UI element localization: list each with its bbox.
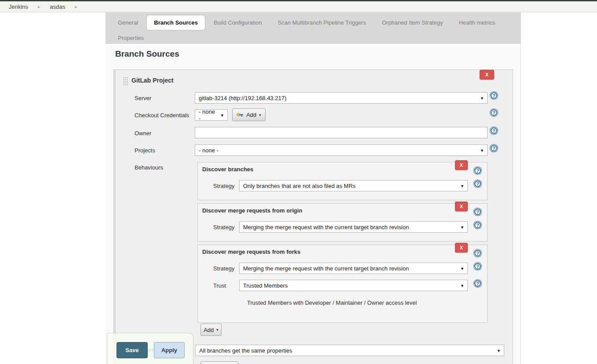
projects-select[interactable]: - none - ▼	[195, 144, 488, 156]
server-label: Server	[135, 95, 151, 101]
chevron-down-icon: ▾	[259, 113, 261, 117]
add-behaviour-label: Add	[204, 327, 214, 333]
checkout-credentials-select[interactable]: - none - ▼	[195, 109, 228, 121]
behaviour-discover-mr-origin: Discover merge requests from origin X ? …	[197, 203, 488, 241]
chevron-down-icon: ▼	[460, 184, 464, 188]
behaviour-title: Discover branches	[202, 166, 253, 173]
remove-source-button[interactable]: X	[480, 70, 494, 79]
add-behaviour-button[interactable]: Add ▾	[200, 324, 222, 336]
config-main-column: General Branch Sources Build Configurati…	[106, 12, 521, 364]
add-property-button-partial[interactable]	[200, 361, 238, 364]
behaviours-list: Discover branches X ? Strategy Only bran…	[197, 162, 488, 346]
behaviours-label: Behaviours	[135, 164, 163, 171]
owner-help-icon[interactable]: ?	[491, 127, 497, 134]
behaviour-help-icon[interactable]: ?	[474, 209, 481, 215]
tab-properties[interactable]: Properties	[111, 31, 151, 45]
trust-select-value: Trusted Members	[243, 282, 288, 289]
tab-health-metrics[interactable]: Health metrics	[451, 15, 502, 30]
server-select[interactable]: gitlab-3214 (http://192.168.43.217) ▼	[195, 92, 488, 104]
chevron-down-icon: ▼	[460, 225, 464, 230]
tab-branch-sources[interactable]: Branch Sources	[147, 15, 205, 30]
strategy-select[interactable]: Merging the merge request with the curre…	[239, 263, 468, 274]
strategy-help-icon[interactable]: ?	[474, 222, 481, 228]
add-credentials-label: Add	[246, 112, 256, 118]
tab-scan-multibranch-pipeline-triggers[interactable]: Scan Multibranch Pipeline Triggers	[271, 15, 373, 30]
breadcrumb-arrow-icon: ▸	[38, 4, 40, 10]
behaviour-help-icon[interactable]: ?	[474, 167, 481, 174]
drag-handle-icon[interactable]	[123, 77, 129, 85]
breadcrumb: Jenkins ▸ asdas ▸	[0, 1, 597, 12]
tab-general[interactable]: General	[111, 15, 145, 30]
strategy-help-icon[interactable]: ?	[474, 263, 481, 270]
strategy-label: Strategy	[213, 265, 234, 272]
add-credentials-button[interactable]: Add ▾	[232, 108, 266, 121]
chevron-down-icon: ▼	[480, 96, 484, 101]
strategy-select[interactable]: Only branches that are not also filed as…	[239, 180, 468, 191]
breadcrumb-project-link[interactable]: asdas	[50, 4, 66, 10]
trust-description: Trusted Members with Developer / Maintai…	[247, 299, 417, 306]
config-tabbar: General Branch Sources Build Configurati…	[106, 12, 521, 44]
behaviour-help-icon[interactable]: ?	[474, 250, 481, 256]
page-title: Branch Sources	[115, 49, 179, 59]
projects-label: Projects	[135, 147, 155, 154]
behaviour-discover-branches: Discover branches X ? Strategy Only bran…	[197, 162, 488, 200]
chevron-down-icon: ▾	[216, 328, 218, 332]
owner-input[interactable]	[195, 127, 488, 138]
gitlab-project-panel: GitLab Project X Server gitlab-3214 (htt…	[113, 69, 513, 364]
behaviour-title: Discover merge requests from forks	[202, 249, 300, 255]
chevron-down-icon: ▼	[220, 113, 224, 118]
property-strategy-value: All branches get the same properties	[199, 347, 292, 354]
source-panel-title: GitLab Project	[131, 77, 174, 84]
chevron-down-icon: ▼	[460, 267, 464, 271]
strategy-help-icon[interactable]: ?	[474, 180, 481, 187]
behaviour-title: Discover merge requests from origin	[202, 207, 302, 214]
projects-help-icon[interactable]: ?	[491, 145, 497, 151]
breadcrumb-arrow-icon: ▸	[75, 4, 77, 10]
server-select-value: gitlab-3214 (http://192.168.43.217)	[199, 95, 286, 101]
strategy-label: Strategy	[213, 183, 234, 189]
strategy-select[interactable]: Merging the merge request with the curre…	[239, 221, 468, 233]
tab-content: Branch Sources GitLab Project X Server g…	[106, 44, 521, 364]
tab-orphaned-item-strategy[interactable]: Orphaned Item Strategy	[375, 15, 450, 30]
checkout-credentials-label: Checkout Credentials	[135, 112, 189, 119]
trust-help-icon[interactable]: ?	[474, 280, 481, 287]
strategy-select-value: Merging the merge request with the curre…	[243, 265, 409, 272]
owner-label: Owner	[135, 130, 151, 137]
jenkins-config-page: Jenkins ▸ asdas ▸ General Branch Sources…	[0, 0, 597, 364]
drag-strip[interactable]	[114, 70, 116, 364]
property-strategy-select[interactable]: All branches get the same properties ▼	[195, 345, 504, 356]
behaviour-discover-mr-forks: Discover merge requests from forks X ? S…	[197, 245, 488, 323]
save-apply-panel: Save Apply	[107, 333, 193, 364]
save-button[interactable]: Save	[116, 342, 148, 358]
projects-select-value: - none -	[199, 147, 218, 154]
chevron-down-icon: ▼	[497, 349, 501, 353]
trust-select[interactable]: Trusted Members ▼	[239, 280, 468, 291]
strategy-select-value: Only branches that are not also filed as…	[243, 183, 356, 189]
chevron-down-icon: ▼	[480, 148, 484, 153]
chevron-down-icon: ▼	[460, 284, 464, 288]
strategy-select-value: Merging the merge request with the curre…	[243, 224, 409, 231]
key-icon	[237, 113, 244, 117]
tab-build-configuration[interactable]: Build Configuration	[207, 15, 269, 30]
remove-behaviour-button[interactable]: X	[455, 202, 468, 211]
remove-behaviour-button[interactable]: X	[455, 160, 468, 170]
trust-label: Trust	[213, 282, 226, 289]
strategy-label: Strategy	[213, 224, 234, 231]
checkout-credentials-help-icon[interactable]: ?	[491, 109, 497, 116]
checkout-credentials-value: - none -	[199, 108, 217, 122]
remove-behaviour-button[interactable]: X	[455, 243, 468, 252]
apply-button[interactable]: Apply	[154, 342, 185, 358]
breadcrumb-jenkins-link[interactable]: Jenkins	[9, 4, 28, 10]
server-help-icon[interactable]: ?	[491, 92, 497, 99]
